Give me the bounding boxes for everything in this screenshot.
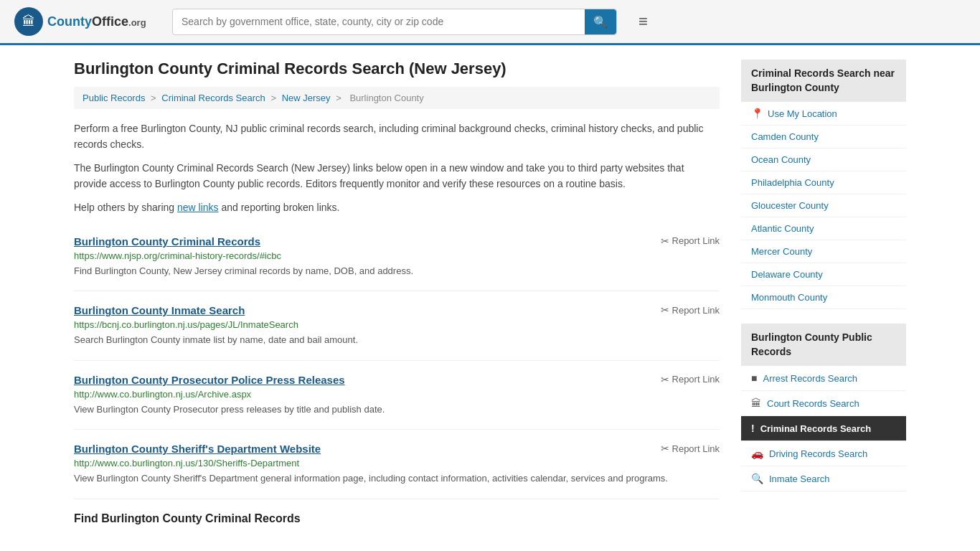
find-section-heading: Find Burlington County Criminal Records [74, 512, 720, 525]
result-title-3: Burlington County Sheriff's Department W… [74, 443, 321, 455]
driving-icon: 🚗 [751, 448, 763, 459]
logo-text: CountyOffice.org [47, 14, 146, 29]
result-desc-1: Search Burlington County inmate list by … [74, 333, 720, 347]
sidebar-county-5[interactable]: Mercer County [741, 240, 906, 263]
breadcrumb-sep-3: > [336, 93, 344, 103]
intro-paragraph-2: The Burlington County Criminal Records S… [74, 160, 720, 192]
new-links-link[interactable]: new links [177, 202, 219, 213]
criminal-icon: ! [751, 423, 755, 434]
header: 🏛 CountyOffice.org 🔍 ≡ [0, 0, 980, 45]
sidebar-county-0[interactable]: Camden County [741, 126, 906, 149]
result-title-0: Burlington County Criminal Records [74, 235, 260, 248]
location-pin-icon: 📍 [751, 108, 763, 119]
sidebar-county-3[interactable]: Gloucester County [741, 194, 906, 217]
result-desc-0: Find Burlington County, New Jersey crimi… [74, 264, 720, 278]
sidebar-county-7[interactable]: Monmouth County [741, 286, 906, 309]
result-url-2: http://www.co.burlington.nj.us/Archive.a… [74, 389, 720, 400]
menu-button[interactable]: ≡ [639, 12, 648, 31]
result-item-3: Burlington County Sheriff's Department W… [74, 430, 720, 499]
inmate-icon: 🔍 [751, 473, 763, 484]
report-link-2[interactable]: ✂ Report Link [661, 374, 720, 385]
result-item-1: Burlington County Inmate Search ✂ Report… [74, 291, 720, 361]
sidebar-use-my-location[interactable]: 📍 Use My Location [741, 102, 906, 126]
result-header-1: Burlington County Inmate Search ✂ Report… [74, 304, 720, 319]
sidebar-county-link-7[interactable]: Monmouth County [751, 292, 827, 303]
breadcrumb-criminal-records[interactable]: Criminal Records Search [161, 93, 265, 103]
result-item-0: Burlington County Criminal Records ✂ Rep… [74, 222, 720, 292]
breadcrumb-burlington: Burlington County [349, 93, 423, 103]
result-url-1: https://bcnj.co.burlington.nj.us/pages/J… [74, 319, 720, 330]
driving-records-link[interactable]: Driving Records Search [769, 448, 867, 459]
sidebar-link-driving[interactable]: 🚗 Driving Records Search [741, 441, 906, 466]
breadcrumb-sep-2: > [270, 93, 278, 103]
result-link-1[interactable]: Burlington County Inmate Search [74, 304, 245, 316]
sidebar-link-inmate[interactable]: 🔍 Inmate Search [741, 466, 906, 491]
intro-p3-end: and reporting broken links. [219, 202, 340, 213]
report-link-3[interactable]: ✂ Report Link [661, 443, 720, 454]
sidebar-nearby-section: Criminal Records Search near Burlington … [741, 60, 906, 309]
sidebar-county-link-4[interactable]: Atlantic County [751, 223, 814, 234]
search-bar: 🔍 [172, 9, 617, 35]
results-list: Burlington County Criminal Records ✂ Rep… [74, 222, 720, 499]
result-link-2[interactable]: Burlington County Prosecutor Police Pres… [74, 374, 345, 386]
arrest-icon: ■ [751, 372, 757, 384]
sidebar-public-records-title: Burlington County Public Records [741, 324, 906, 366]
sidebar-link-criminal[interactable]: ! Criminal Records Search [741, 416, 906, 441]
sidebar-county-link-5[interactable]: Mercer County [751, 246, 812, 257]
inmate-search-link[interactable]: Inmate Search [769, 474, 830, 484]
arrest-records-link[interactable]: Arrest Records Search [763, 373, 857, 384]
result-url-0: https://www.njsp.org/criminal-history-re… [74, 250, 720, 261]
sidebar-nearby-title: Criminal Records Search near Burlington … [741, 60, 906, 102]
court-icon: 🏛 [751, 397, 761, 409]
sidebar-county-link-3[interactable]: Gloucester County [751, 200, 829, 211]
scissors-icon-3: ✂ [661, 443, 669, 454]
scissors-icon-2: ✂ [661, 374, 669, 385]
intro-paragraph-3: Help others by sharing new links and rep… [74, 199, 720, 215]
result-header-3: Burlington County Sheriff's Department W… [74, 443, 720, 458]
sidebar-link-court[interactable]: 🏛 Court Records Search [741, 391, 906, 416]
breadcrumb-new-jersey[interactable]: New Jersey [282, 93, 331, 103]
court-records-link[interactable]: Court Records Search [767, 398, 859, 409]
sidebar-public-records-section: Burlington County Public Records ■ Arres… [741, 324, 906, 491]
result-title-2: Burlington County Prosecutor Police Pres… [74, 374, 345, 386]
sidebar-county-2[interactable]: Philadelphia County [741, 171, 906, 194]
result-item-2: Burlington County Prosecutor Police Pres… [74, 361, 720, 430]
scissors-icon-1: ✂ [661, 304, 669, 316]
breadcrumb-public-records[interactable]: Public Records [83, 93, 145, 103]
main-container: Burlington County Criminal Records Searc… [60, 45, 920, 540]
sidebar-county-1[interactable]: Ocean County [741, 149, 906, 171]
result-desc-2: View Burlington County Prosecutor press … [74, 402, 720, 417]
search-button[interactable]: 🔍 [585, 9, 616, 34]
search-input[interactable] [173, 10, 585, 33]
sidebar-county-link-0[interactable]: Camden County [751, 131, 819, 142]
logo-area: 🏛 CountyOffice.org [14, 7, 158, 36]
sidebar-county-6[interactable]: Delaware County [741, 263, 906, 286]
sidebar-county-link-2[interactable]: Philadelphia County [751, 177, 834, 188]
logo-org: .org [128, 17, 146, 28]
intro-p3-start: Help others by sharing [74, 202, 177, 213]
intro-paragraph-1: Perform a free Burlington County, NJ pub… [74, 121, 720, 153]
page-title: Burlington County Criminal Records Searc… [74, 60, 720, 78]
breadcrumb: Public Records > Criminal Records Search… [74, 87, 720, 109]
result-link-0[interactable]: Burlington County Criminal Records [74, 235, 260, 248]
report-link-0[interactable]: ✂ Report Link [661, 235, 720, 247]
scissors-icon-0: ✂ [661, 235, 669, 247]
result-link-3[interactable]: Burlington County Sheriff's Department W… [74, 443, 321, 455]
result-desc-3: View Burlington County Sheriff's Departm… [74, 471, 720, 486]
sidebar-county-link-6[interactable]: Delaware County [751, 269, 823, 280]
use-my-location-link[interactable]: Use My Location [768, 108, 837, 119]
criminal-records-link[interactable]: Criminal Records Search [760, 423, 872, 434]
result-header-2: Burlington County Prosecutor Police Pres… [74, 374, 720, 389]
sidebar-county-4[interactable]: Atlantic County [741, 217, 906, 240]
sidebar-county-link-1[interactable]: Ocean County [751, 154, 811, 165]
logo-icon: 🏛 [14, 7, 43, 36]
result-header-0: Burlington County Criminal Records ✂ Rep… [74, 235, 720, 250]
main-content: Burlington County Criminal Records Searc… [74, 60, 720, 525]
sidebar-link-arrest[interactable]: ■ Arrest Records Search [741, 366, 906, 391]
result-title-1: Burlington County Inmate Search [74, 304, 245, 316]
report-link-1[interactable]: ✂ Report Link [661, 304, 720, 316]
result-url-3: http://www.co.burlington.nj.us/130/Sheri… [74, 458, 720, 468]
breadcrumb-sep-1: > [151, 93, 159, 103]
sidebar: Criminal Records Search near Burlington … [741, 60, 906, 525]
